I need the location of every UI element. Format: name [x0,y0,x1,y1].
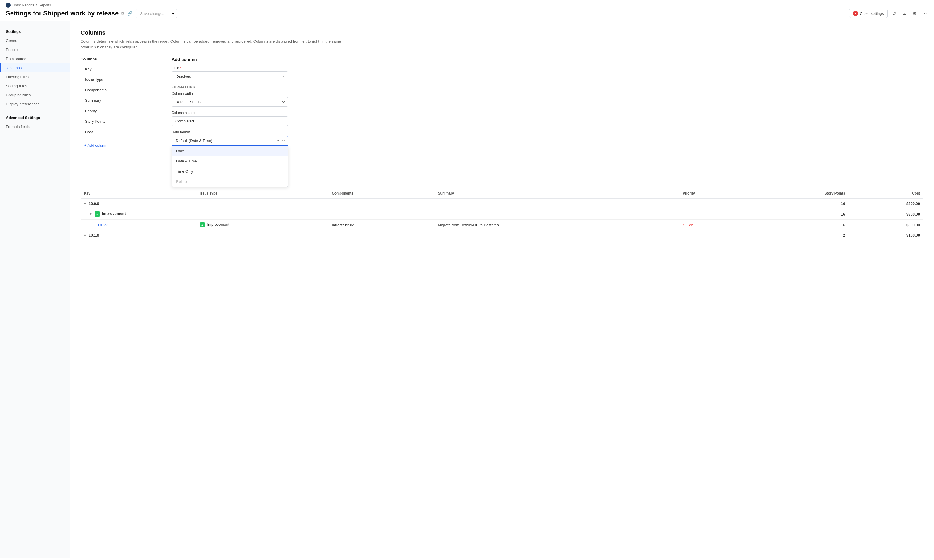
col-header-cost: Cost [848,188,923,198]
breadcrumb-separator: / [36,3,37,7]
dropdown-option-rollup: Rollup [172,177,288,187]
sliders-icon-button[interactable]: ⚙ [911,10,918,17]
page-title-row: Settings for Shipped work by release ⧉ 🔗… [6,9,928,18]
dropdown-option-timeonly[interactable]: Time Only [172,166,288,177]
data-format-form-group: Data format Default (Date & Time) ▾ Date… [172,130,288,146]
columns-section-title: Columns [80,29,923,36]
save-btn-group: Save changes ▾ [135,9,177,18]
external-link-icon[interactable]: ⧉ [122,11,124,16]
data-format-dropdown-container: Default (Date & Time) ▾ Date Date & Time… [172,135,288,146]
column-item-issuetype[interactable]: Issue Type [80,74,162,85]
row-components: Infrastructure [328,220,434,231]
columns-section-desc: Columns determine which fields appear in… [80,38,343,50]
improvement-type-icon: ▲ [200,222,205,228]
key-link[interactable]: DEV-1 [98,223,109,227]
priority-high-label: ↑ High [683,223,745,227]
close-x-icon: ✕ [853,11,858,16]
sidebar-item-datasource[interactable]: Data source [0,54,70,63]
group-story-points: 16 [749,198,848,209]
more-icon-button[interactable]: ⋯ [921,10,928,17]
table-body: ▾ 10.0.0 16 $800.00 ▾ ▲ Improvement [80,198,923,240]
sidebar-item-grouping[interactable]: Grouping rules [0,91,70,100]
column-width-label: Column width [172,92,288,96]
save-caret-button[interactable]: ▾ [169,9,177,18]
advanced-settings-label: Advanced Settings [0,113,70,122]
link-icon[interactable]: 🔗 [127,11,132,16]
columns-list-label: Columns [80,57,162,61]
dropdown-option-datetime[interactable]: Date & Time [172,156,288,166]
subgroup-story-points: 16 [749,209,848,220]
sidebar: Settings General People Data source Colu… [0,21,70,558]
column-item-key[interactable]: Key [80,63,162,74]
main-layout: Settings General People Data source Colu… [0,21,934,558]
page-title: Settings for Shipped work by release [6,10,119,17]
data-format-label: Data format [172,130,288,134]
dropdown-chevron-icon: ▾ [277,139,279,143]
chevron-down-icon: ▾ [84,234,86,237]
sidebar-item-columns[interactable]: Columns [0,63,70,72]
formatting-label: FORMATTING [172,85,288,89]
group-story-points: 2 [749,231,848,240]
table-header-row: Key Issue Type Components Summary Priori… [80,188,923,198]
add-column-button[interactable]: + Add column [80,141,162,150]
data-format-value: Default (Date & Time) [176,138,212,143]
breadcrumb-app: Limbr Reports [12,3,34,7]
main-content: Columns Columns determine which fields a… [70,21,934,558]
row-cost: $800.00 [848,220,923,231]
column-item-storypoints[interactable]: Story Points [80,116,162,127]
group-version: ▾ 10.1.0 [80,231,749,240]
add-column-form-title: Add column [172,57,288,62]
table-area: Key Issue Type Components Summary Priori… [80,188,923,240]
row-summary: Migrate from RethinkDB to Postgres [435,220,679,231]
subgroup-cost: $800.00 [848,209,923,220]
header-right: ✕ Close settings ↺ ☁ ⚙ ⋯ [849,9,928,18]
col-header-issuetype: Issue Type [196,188,328,198]
column-width-form-group: Column width Default (Small) Small Mediu… [172,92,288,107]
data-format-dropdown-menu: Date Date & Time Time Only Rollup [172,146,288,187]
table-row: ▾ ▲ Improvement 16 $800.00 [80,209,923,220]
sidebar-item-sorting[interactable]: Sorting rules [0,82,70,91]
row-key: DEV-1 [80,220,196,231]
columns-list-panel: Columns Key Issue Type Components Summar… [80,57,162,150]
breadcrumb-section: Reports [39,3,51,7]
column-item-cost[interactable]: Cost [80,126,162,137]
add-column-form: Add column Field * Resolved Key Issue Ty… [172,57,288,179]
col-header-components: Components [328,188,434,198]
table-header: Key Issue Type Components Summary Priori… [80,188,923,198]
sidebar-item-formula[interactable]: Formula fields [0,122,70,131]
app-header: Limbr Reports / Reports Settings for Shi… [0,0,934,21]
column-item-priority[interactable]: Priority [80,106,162,116]
improvement-badge-icon: ▲ [94,211,100,217]
save-changes-button[interactable]: Save changes [136,9,169,18]
column-item-summary[interactable]: Summary [80,95,162,106]
column-header-input[interactable] [172,116,288,126]
sidebar-item-general[interactable]: General [0,36,70,45]
cloud-icon-button[interactable]: ☁ [901,10,908,17]
chevron-down-icon: ▾ [90,212,92,215]
close-settings-button[interactable]: ✕ Close settings [849,9,888,18]
table-row: ▾ 10.1.0 2 $100.00 [80,231,923,240]
breadcrumb: Limbr Reports / Reports [6,3,928,8]
columns-form-area: Columns Key Issue Type Components Summar… [80,57,923,179]
close-settings-label: Close settings [860,11,884,16]
refresh-icon-button[interactable]: ↺ [891,10,897,17]
table-row: ▾ 10.0.0 16 $800.00 [80,198,923,209]
sidebar-item-display[interactable]: Display preferences [0,100,70,109]
col-header-key: Key [80,188,196,198]
column-width-select[interactable]: Default (Small) Small Medium Large [172,97,288,107]
report-table: Key Issue Type Components Summary Priori… [80,188,923,240]
field-select[interactable]: Resolved Key Issue Type Components Summa… [172,71,288,81]
dropdown-option-date[interactable]: Date [172,146,288,156]
field-label: Field * [172,66,288,70]
col-header-summary: Summary [435,188,679,198]
sidebar-item-people[interactable]: People [0,45,70,54]
data-format-select[interactable]: Default (Date & Time) ▾ [172,135,288,146]
column-item-components[interactable]: Components [80,85,162,95]
sidebar-item-filtering[interactable]: Filtering rules [0,72,70,82]
group-cost: $800.00 [848,198,923,209]
column-header-label: Column header [172,111,288,115]
column-header-form-group: Column header [172,111,288,126]
row-priority: ↑ High [679,220,749,231]
required-indicator: * [180,66,182,70]
col-header-priority: Priority [679,188,749,198]
